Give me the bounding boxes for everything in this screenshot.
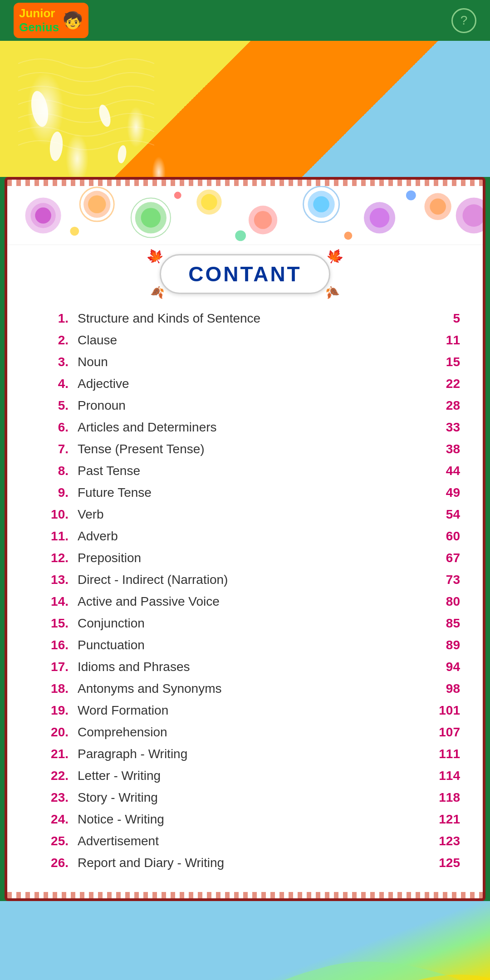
toc-number: 16. <box>39 638 69 652</box>
toc-number: 15. <box>39 616 69 631</box>
svg-point-6 <box>141 208 161 228</box>
bottom-decoration <box>0 901 490 980</box>
toc-title: CONTANT <box>188 262 301 286</box>
svg-point-24 <box>235 230 246 241</box>
table-row[interactable]: 24. Notice - Writing 121 <box>39 808 460 830</box>
toc-number: 23. <box>39 790 69 805</box>
toc-number: 20. <box>39 725 69 740</box>
toc-chapter-title: Advertisement <box>78 834 424 848</box>
toc-page-number: 121 <box>424 812 460 827</box>
toc-chapter-title: Report and Diary - Writing <box>78 856 424 870</box>
book-container: 🍁 🍁 🍂 🍂 CONTANT 1. Structure and Kinds o… <box>5 177 485 901</box>
leaf-bottom-right-icon: 🍂 <box>325 285 340 300</box>
table-row[interactable]: 21. Paragraph - Writing 111 <box>39 743 460 765</box>
logo-mascot-icon: 🧒 <box>63 11 83 30</box>
table-row[interactable]: 11. Adverb 60 <box>39 525 460 547</box>
toc-page-number: 11 <box>424 333 460 348</box>
toc-list: 1. Structure and Kinds of Sentence 5 2. … <box>7 301 483 892</box>
toc-page-number: 118 <box>424 790 460 805</box>
toc-page-number: 101 <box>424 703 460 718</box>
table-row[interactable]: 18. Antonyms and Synonyms 98 <box>39 678 460 700</box>
toc-number: 25. <box>39 834 69 848</box>
table-row[interactable]: 19. Word Formation 101 <box>39 700 460 721</box>
table-row[interactable]: 14. Active and Passive Voice 80 <box>39 591 460 612</box>
toc-number: 22. <box>39 769 69 783</box>
top-decoration <box>0 41 490 177</box>
toc-page-number: 80 <box>424 594 460 609</box>
table-row[interactable]: 17. Idioms and Phrases 94 <box>39 656 460 678</box>
table-row[interactable]: 4. Adjective 22 <box>39 373 460 395</box>
svg-point-10 <box>254 211 272 229</box>
toc-number: 8. <box>39 464 69 478</box>
table-row[interactable]: 5. Pronoun 28 <box>39 395 460 416</box>
toc-number: 7. <box>39 442 69 456</box>
toc-chapter-title: Verb <box>78 507 424 522</box>
table-row[interactable]: 20. Comprehension 107 <box>39 721 460 743</box>
toc-page-number: 73 <box>424 573 460 587</box>
toc-page-number: 107 <box>424 725 460 740</box>
toc-chapter-title: Antonyms and Synonyms <box>78 681 424 696</box>
table-row[interactable]: 8. Past Tense 44 <box>39 460 460 482</box>
toc-number: 13. <box>39 573 69 587</box>
toc-chapter-title: Past Tense <box>78 464 424 478</box>
table-row[interactable]: 6. Articles and Determiners 33 <box>39 416 460 438</box>
toc-chapter-title: Structure and Kinds of Sentence <box>78 311 424 326</box>
toc-number: 11. <box>39 529 69 544</box>
svg-point-22 <box>70 227 79 236</box>
contant-badge: CONTANT <box>160 254 330 294</box>
toc-page-number: 85 <box>424 616 460 631</box>
toc-chapter-title: Notice - Writing <box>78 812 424 827</box>
table-row[interactable]: 12. Preposition 67 <box>39 547 460 569</box>
toc-page-number: 111 <box>424 747 460 761</box>
toc-page-number: 15 <box>424 355 460 369</box>
table-row[interactable]: 16. Punctuation 89 <box>39 634 460 656</box>
table-row[interactable]: 3. Noun 15 <box>39 351 460 373</box>
svg-point-8 <box>201 194 217 211</box>
table-row[interactable]: 22. Letter - Writing 114 <box>39 765 460 787</box>
toc-chapter-title: Word Formation <box>78 703 424 718</box>
toc-page-number: 5 <box>424 311 460 326</box>
toc-chapter-title: Comprehension <box>78 725 424 740</box>
table-row[interactable]: 7. Tense (Present Tense) 38 <box>39 438 460 460</box>
toc-number: 9. <box>39 485 69 500</box>
toc-page-number: 22 <box>424 377 460 391</box>
table-row[interactable]: 9. Future Tense 49 <box>39 482 460 504</box>
toc-chapter-title: Conjunction <box>78 616 424 631</box>
logo-line1: Junior <box>19 6 59 20</box>
table-row[interactable]: 1. Structure and Kinds of Sentence 5 <box>39 308 460 329</box>
toc-page-number: 60 <box>424 529 460 544</box>
toc-chapter-title: Letter - Writing <box>78 769 424 783</box>
leaf-bottom-left-icon: 🍂 <box>150 285 165 300</box>
table-row[interactable]: 2. Clause 11 <box>39 329 460 351</box>
toc-title-area: 🍁 🍁 🍂 🍂 CONTANT <box>7 245 483 301</box>
toc-page-number: 114 <box>424 769 460 783</box>
toc-chapter-title: Direct - Indirect (Narration) <box>78 573 424 587</box>
toc-page-number: 38 <box>424 442 460 456</box>
toc-page-number: 123 <box>424 834 460 848</box>
toc-page-number: 125 <box>424 856 460 870</box>
table-row[interactable]: 25. Advertisement 123 <box>39 830 460 852</box>
toc-page-number: 54 <box>424 507 460 522</box>
toc-number: 3. <box>39 355 69 369</box>
table-row[interactable]: 10. Verb 54 <box>39 504 460 525</box>
bottom-decor-svg <box>0 901 490 980</box>
svg-point-16 <box>430 198 446 215</box>
toc-number: 4. <box>39 377 69 391</box>
toc-number: 1. <box>39 311 69 326</box>
table-row[interactable]: 23. Story - Writing 118 <box>39 787 460 808</box>
toc-chapter-title: Adverb <box>78 529 424 544</box>
table-row[interactable]: 26. Report and Diary - Writing 125 <box>39 852 460 874</box>
toc-chapter-title: Story - Writing <box>78 790 424 805</box>
toc-page-number: 98 <box>424 681 460 696</box>
app-header: Junior Genius 🧒 ? <box>0 0 490 41</box>
svg-point-14 <box>370 208 390 228</box>
table-row[interactable]: 15. Conjunction 85 <box>39 612 460 634</box>
table-row[interactable]: 13. Direct - Indirect (Narration) 73 <box>39 569 460 591</box>
toc-number: 24. <box>39 812 69 827</box>
toc-page-number: 49 <box>424 485 460 500</box>
toc-chapter-title: Paragraph - Writing <box>78 747 424 761</box>
book-decoration-header <box>7 186 483 245</box>
help-button[interactable]: ? <box>451 8 476 33</box>
swirl-decoration-svg <box>7 186 483 245</box>
toc-number: 21. <box>39 747 69 761</box>
